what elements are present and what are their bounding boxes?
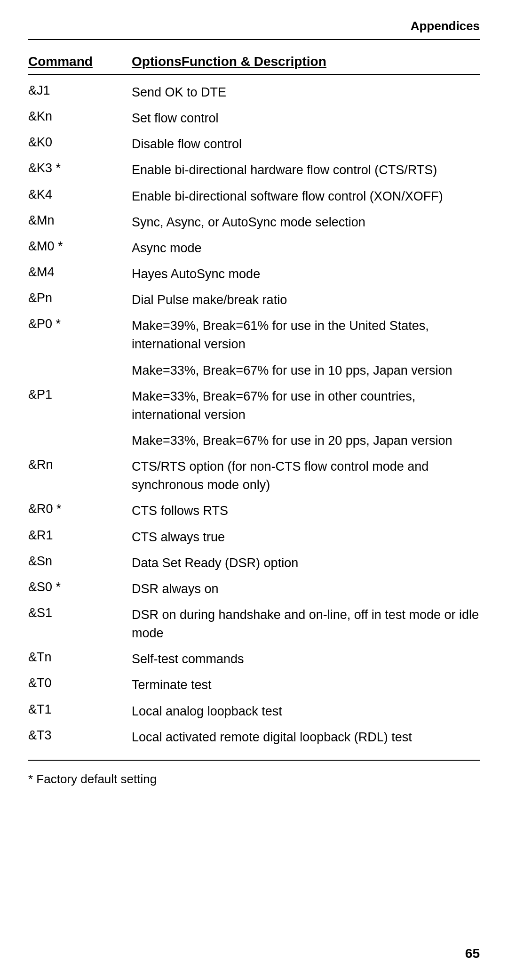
row-command: &T1 [28, 702, 132, 717]
row-command: &M4 [28, 265, 132, 280]
row-command: &J1 [28, 83, 132, 98]
row-description: Self-test commands [132, 650, 480, 668]
table-row: &R0 *CTS follows RTS [28, 498, 480, 524]
row-command: &S0 * [28, 580, 132, 594]
column-header-command: Command [28, 54, 132, 69]
row-description: Set flow control [132, 109, 480, 128]
row-command: &K0 [28, 135, 132, 150]
row-description: Local analog loopback test [132, 702, 480, 721]
header-title: Appendices [411, 19, 480, 33]
table-header-row: Command OptionsFunction & Description [28, 54, 480, 75]
row-description: CTS follows RTS [132, 502, 480, 520]
table-container: Command OptionsFunction & Description &J… [28, 54, 480, 750]
table-row: &T0Terminate test [28, 672, 480, 698]
row-description: Enable bi-directional hardware flow cont… [132, 161, 480, 179]
row-description: Terminate test [132, 676, 480, 694]
row-command: &Mn [28, 213, 132, 228]
row-command: &Kn [28, 109, 132, 124]
table-row: &MnSync, Async, or AutoSync mode selecti… [28, 209, 480, 235]
page-header: Appendices [28, 19, 480, 40]
row-description: Make=39%, Break=61% for use in the Unite… [132, 317, 480, 353]
row-command: &P1 [28, 387, 132, 402]
row-description: Hayes AutoSync mode [132, 265, 480, 283]
row-description: Sync, Async, or AutoSync mode selection [132, 213, 480, 232]
row-description: Make=33%, Break=67% for use in other cou… [132, 387, 480, 424]
table-row: &KnSet flow control [28, 105, 480, 131]
table-row: &K0Disable flow control [28, 131, 480, 157]
table-row: &K3 *Enable bi-directional hardware flow… [28, 157, 480, 183]
row-description: Local activated remote digital loopback … [132, 728, 480, 747]
page: Appendices Command OptionsFunction & Des… [0, 0, 508, 980]
table-row: &SnData Set Ready (DSR) option [28, 550, 480, 576]
row-description: Dial Pulse make/break ratio [132, 291, 480, 309]
row-description: CTS/RTS option (for non-CTS flow control… [132, 458, 480, 494]
table-row: &J1Send OK to DTE [28, 80, 480, 105]
table-row: &R1CTS always true [28, 524, 480, 550]
page-number: 65 [465, 946, 480, 961]
footer-border [28, 760, 480, 761]
row-description: CTS always true [132, 528, 480, 546]
row-command: &K4 [28, 187, 132, 202]
table-row: &T3Local activated remote digital loopba… [28, 724, 480, 750]
table-row: &RnCTS/RTS option (for non-CTS flow cont… [28, 454, 480, 498]
row-command: &Sn [28, 554, 132, 569]
row-description: DSR on during handshake and on-line, off… [132, 606, 480, 643]
row-command: &M0 * [28, 239, 132, 254]
row-command: &K3 * [28, 161, 132, 176]
row-description: DSR always on [132, 580, 480, 598]
table-row: Make=33%, Break=67% for use in 10 pps, J… [28, 358, 480, 384]
table-row: &P0 *Make=39%, Break=61% for use in the … [28, 313, 480, 357]
row-command: &P0 * [28, 317, 132, 331]
row-description: Enable bi-directional software flow cont… [132, 187, 480, 206]
row-description: Disable flow control [132, 135, 480, 153]
table-row: &M4Hayes AutoSync mode [28, 261, 480, 287]
table-body: &J1Send OK to DTE&KnSet flow control&K0D… [28, 80, 480, 750]
col-desc-label: Function & Description [182, 54, 326, 69]
table-row: &S0 *DSR always on [28, 576, 480, 602]
table-row: &S1DSR on during handshake and on-line, … [28, 602, 480, 646]
table-row: &P1Make=33%, Break=67% for use in other … [28, 384, 480, 428]
col-options-label: Options [132, 54, 182, 69]
row-description: Send OK to DTE [132, 83, 480, 102]
table-row: Make=33%, Break=67% for use in 20 pps, J… [28, 428, 480, 454]
row-command: &S1 [28, 606, 132, 620]
row-command: &Rn [28, 458, 132, 472]
row-command: &T0 [28, 676, 132, 691]
footer-note: * Factory default setting [28, 768, 480, 787]
row-command: &R1 [28, 528, 132, 543]
table-row: &TnSelf-test commands [28, 646, 480, 672]
column-header-description: OptionsFunction & Description [132, 54, 480, 69]
row-description: Data Set Ready (DSR) option [132, 554, 480, 572]
table-row: &K4Enable bi-directional software flow c… [28, 184, 480, 209]
table-row: &T1Local analog loopback test [28, 699, 480, 724]
row-description: Make=33%, Break=67% for use in 10 pps, J… [132, 361, 480, 380]
row-description: Make=33%, Break=67% for use in 20 pps, J… [132, 432, 480, 450]
row-description: Async mode [132, 239, 480, 257]
table-row: &M0 *Async mode [28, 235, 480, 261]
table-row: &PnDial Pulse make/break ratio [28, 287, 480, 313]
row-command: &Tn [28, 650, 132, 665]
row-command: &Pn [28, 291, 132, 305]
row-command: &R0 * [28, 502, 132, 516]
row-command: &T3 [28, 728, 132, 743]
